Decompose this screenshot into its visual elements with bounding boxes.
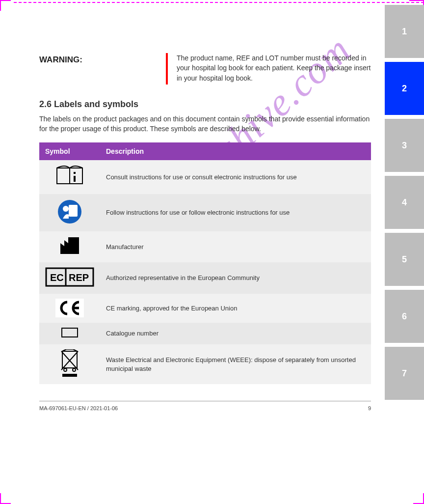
footer-rule xyxy=(39,401,371,401)
col-header-description: Description xyxy=(100,142,371,160)
crop-mark xyxy=(0,493,11,504)
ref-box-icon xyxy=(61,328,78,337)
svg-point-14 xyxy=(73,368,76,371)
footer-page-number: 9 xyxy=(368,405,371,411)
cell-desc: Consult instructions for use or consult … xyxy=(100,160,371,194)
section-heading: 2.6 Labels and symbols xyxy=(39,99,371,110)
ce-mark-icon xyxy=(55,299,84,317)
cell-desc: Catalogue number xyxy=(100,323,371,345)
manufacturer-icon xyxy=(59,236,80,255)
table-row: Follow instructions for use or follow el… xyxy=(39,194,371,232)
svg-rect-12 xyxy=(62,351,77,368)
svg-rect-5 xyxy=(69,205,78,217)
warning-label: WARNING: xyxy=(39,53,93,84)
crop-mark xyxy=(0,0,11,11)
tab-2[interactable]: 2 xyxy=(385,62,424,115)
table-row: Catalogue number xyxy=(39,323,371,345)
symbols-table: Symbol Description xyxy=(39,142,371,384)
footer-doc-id: MA-697061-EU-EN / 2021-01-06 xyxy=(39,405,118,411)
col-header-symbol: Symbol xyxy=(39,142,100,160)
cell-desc: Manufacturer xyxy=(100,231,371,262)
table-row: Consult instructions for use or consult … xyxy=(39,160,371,194)
svg-rect-11 xyxy=(62,328,78,337)
cell-desc: Waste Electrical and Electronic Equipmen… xyxy=(100,344,371,384)
page-content: WARNING: The product name, REF and LOT n… xyxy=(39,53,371,411)
page-footer: MA-697061-EU-EN / 2021-01-06 9 xyxy=(39,405,371,411)
warning-body: The product name, REF and LOT number mus… xyxy=(177,53,371,84)
cell-desc: CE marking, approved for the European Un… xyxy=(100,294,371,323)
cell-desc: Authorized representative in the Europea… xyxy=(100,262,371,294)
svg-point-6 xyxy=(63,206,69,212)
svg-text:EC: EC xyxy=(50,272,64,283)
crop-mark xyxy=(413,493,424,504)
tab-4[interactable]: 4 xyxy=(385,176,424,229)
tab-3[interactable]: 3 xyxy=(385,119,424,172)
side-tabs: 1 2 3 4 5 6 7 xyxy=(385,5,424,400)
ec-rep-icon: EC REP xyxy=(45,267,94,287)
svg-rect-17 xyxy=(62,374,77,377)
svg-point-13 xyxy=(64,368,67,371)
top-dashed-rule xyxy=(14,2,424,3)
warning-bar xyxy=(166,53,168,84)
svg-text:REP: REP xyxy=(69,272,89,283)
svg-rect-2 xyxy=(74,172,76,174)
tab-5[interactable]: 5 xyxy=(385,233,424,286)
consult-ifu-icon xyxy=(55,165,84,187)
follow-ifu-icon xyxy=(57,199,82,224)
tab-7[interactable]: 7 xyxy=(385,347,424,400)
tab-1[interactable]: 1 xyxy=(385,5,424,58)
cell-desc: Follow instructions for use or follow el… xyxy=(100,194,371,232)
table-row: Manufacturer xyxy=(39,231,371,262)
weee-icon xyxy=(59,349,80,377)
table-row: CE marking, approved for the European Un… xyxy=(39,294,371,323)
svg-rect-3 xyxy=(74,176,76,182)
table-row: EC REP Authorized representative in the … xyxy=(39,262,371,294)
table-row: Waste Electrical and Electronic Equipmen… xyxy=(39,344,371,384)
tab-6[interactable]: 6 xyxy=(385,290,424,343)
warning-block: WARNING: The product name, REF and LOT n… xyxy=(39,53,371,84)
section-lead: The labels on the product packages and o… xyxy=(39,114,371,134)
